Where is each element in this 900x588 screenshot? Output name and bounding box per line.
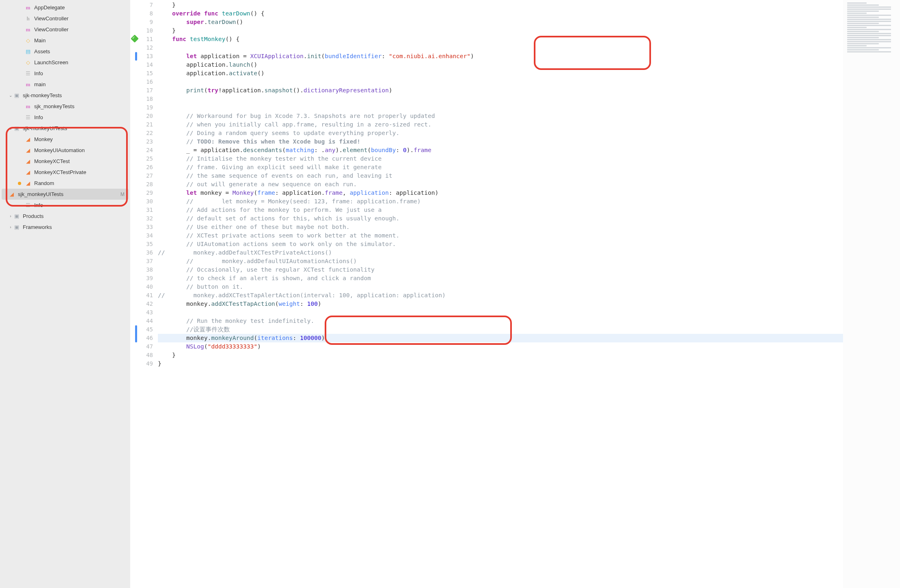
disclosure-triangle[interactable]: ⌄: [8, 93, 13, 98]
minimap-line: [847, 27, 867, 28]
minimap-line: [847, 49, 879, 50]
nav-item-monkey[interactable]: ◢Monkey: [0, 134, 130, 145]
code-line-19[interactable]: [158, 103, 843, 112]
source-editor[interactable]: ✓ 78910111213141516171819202122232425262…: [130, 0, 900, 588]
nav-item-label: LaunchScreen: [34, 59, 68, 65]
line-number: 28: [138, 180, 153, 189]
line-number: 39: [138, 274, 153, 283]
code-line-41[interactable]: // monkey.addXCTestTapAlertAction(interv…: [158, 291, 843, 300]
nav-item-appdelegate[interactable]: mAppDelegate: [0, 2, 130, 13]
code-line-29[interactable]: let monkey = Monkey(frame: application.f…: [158, 189, 843, 197]
line-number: 12: [138, 44, 153, 52]
nav-item-info[interactable]: ☰Info: [0, 112, 130, 123]
project-navigator[interactable]: mAppDelegatehViewControllermViewControll…: [0, 0, 130, 588]
code-line-28[interactable]: // out will generate a new sequence on e…: [158, 180, 843, 189]
nav-item-random[interactable]: ◢Random: [0, 178, 130, 189]
code-line-20[interactable]: // Workaround for bug in Xcode 7.3. Snap…: [158, 112, 843, 120]
line-number: 33: [138, 223, 153, 231]
code-line-47[interactable]: NSLog("dddd33333333"): [158, 342, 843, 351]
code-line-31[interactable]: // Add actions for the monkey to perform…: [158, 206, 843, 214]
nav-item-assets[interactable]: ▤Assets: [0, 46, 130, 57]
nav-item-label: main: [34, 81, 46, 87]
nav-item-label: Frameworks: [23, 224, 52, 230]
code-line-24[interactable]: _ = application.descendants(matching: .a…: [158, 146, 843, 155]
code-line-7[interactable]: }: [158, 1, 843, 9]
line-number: 13: [138, 52, 153, 61]
code-line-30[interactable]: // let monkey = Monkey(seed: 123, frame:…: [158, 197, 843, 206]
code-line-8[interactable]: override func tearDown() {: [158, 9, 843, 18]
nav-item-frameworks[interactable]: ›▣Frameworks: [0, 222, 130, 233]
line-number: 35: [138, 240, 153, 248]
nav-item-sjk-monkeytests[interactable]: ⌄▣sjk-monkeyTests: [0, 90, 130, 101]
line-number: 10: [138, 26, 153, 35]
folder-icon: ▣: [13, 92, 20, 99]
code-line-12[interactable]: [158, 44, 843, 52]
code-line-27[interactable]: // the same sequence of events on each r…: [158, 172, 843, 180]
nav-item-label: sjk-monkeyUITests: [23, 125, 67, 131]
nav-item-main[interactable]: ◇Main: [0, 35, 130, 46]
nav-item-viewcontroller[interactable]: mViewController: [0, 24, 130, 35]
code-line-37[interactable]: // monkey.addDefaultUIAutomationActions(…: [158, 257, 843, 266]
code-line-9[interactable]: super.tearDown(): [158, 18, 843, 26]
code-line-44[interactable]: // Run the monkey test indefinitely.: [158, 317, 843, 325]
nav-item-sjk-monkeyuitests[interactable]: ⌄▣sjk-monkeyUITests: [0, 123, 130, 134]
nav-item-monkeyxctestprivate[interactable]: ◢MonkeyXCTestPrivate: [0, 167, 130, 178]
code-line-46[interactable]: monkey.monkeyAround(iterations: 100000): [158, 334, 843, 342]
code-line-49[interactable]: }: [158, 359, 843, 368]
code-line-38[interactable]: // Occasionally, use the regular XCTest …: [158, 266, 843, 274]
code-line-23[interactable]: // TODO: Remove this when the Xcode bug …: [158, 137, 843, 146]
disclosure-triangle[interactable]: ⌄: [8, 126, 13, 131]
plist-icon: ☰: [24, 70, 32, 77]
disclosure-triangle[interactable]: ›: [8, 225, 13, 229]
code-line-25[interactable]: // Initialise the monkey tester with the…: [158, 155, 843, 163]
nav-item-sjk-monkeyuitests[interactable]: ◢sjk_monkeyUITestsM: [2, 189, 129, 200]
nav-item-main[interactable]: mmain: [0, 79, 130, 90]
swift-icon: ◢: [24, 169, 32, 176]
code-line-18[interactable]: [158, 95, 843, 103]
nav-item-label: Products: [23, 213, 44, 219]
code-line-48[interactable]: }: [158, 351, 843, 359]
disclosure-triangle[interactable]: ›: [8, 214, 13, 218]
code-line-40[interactable]: // button on it.: [158, 283, 843, 291]
code-line-26[interactable]: // frame. Giving an explicit seed will m…: [158, 163, 843, 172]
code-line-42[interactable]: monkey.addXCTestTapAction(weight: 100): [158, 300, 843, 308]
nav-item-monkeyuiautomation[interactable]: ◢MonkeyUIAutomation: [0, 145, 130, 156]
code-line-10[interactable]: }: [158, 26, 843, 35]
code-line-34[interactable]: // XCTest private actions seem to work b…: [158, 231, 843, 240]
code-line-33[interactable]: // Use either one of these but maybe not…: [158, 223, 843, 231]
minimap-line: [847, 13, 867, 14]
code-line-15[interactable]: application.activate(): [158, 69, 843, 78]
code-line-39[interactable]: // to check if an alert is shown, and cl…: [158, 274, 843, 283]
nav-item-launchscreen[interactable]: ◇LaunchScreen: [0, 57, 130, 68]
line-number-gutter: 7891011121314151617181920212223242526272…: [138, 0, 158, 588]
line-number: 47: [138, 342, 153, 351]
code-line-32[interactable]: // default set of actions for this, whic…: [158, 214, 843, 223]
code-line-45[interactable]: //设置事件次数: [158, 325, 843, 334]
code-line-17[interactable]: print(try!application.snapshot().diction…: [158, 86, 843, 95]
code-line-13[interactable]: let application = XCUIApplication.init(b…: [158, 52, 843, 61]
minimap[interactable]: [843, 0, 900, 588]
nav-item-info[interactable]: ☰Info: [0, 68, 130, 79]
code-line-43[interactable]: [158, 308, 843, 317]
code-line-16[interactable]: [158, 78, 843, 86]
nav-item-monkeyxctest[interactable]: ◢MonkeyXCTest: [0, 156, 130, 167]
nav-item-products[interactable]: ›▣Products: [0, 211, 130, 222]
code-line-21[interactable]: // when you initially call app.frame, re…: [158, 120, 843, 129]
line-number: 48: [138, 351, 153, 359]
line-number: 21: [138, 120, 153, 129]
line-number: 19: [138, 103, 153, 112]
line-number: 20: [138, 112, 153, 120]
code-line-11[interactable]: func testMonkey() {: [158, 35, 843, 44]
minimap-line: [847, 29, 891, 30]
code-line-14[interactable]: application.launch(): [158, 61, 843, 69]
code-line-22[interactable]: // Doing a random query seems to update …: [158, 129, 843, 137]
line-number: 27: [138, 172, 153, 180]
code-view[interactable]: } override func tearDown() { super.tearD…: [158, 0, 843, 588]
code-line-36[interactable]: // monkey.addDefaultXCTestPrivateActions…: [158, 248, 843, 257]
header-icon: h: [24, 15, 32, 22]
code-line-35[interactable]: // UIAutomation actions seem to work onl…: [158, 240, 843, 248]
nav-item-info[interactable]: ☰Info: [0, 200, 130, 211]
storyboard-icon: ◇: [24, 37, 32, 44]
nav-item-sjk-monkeytests[interactable]: msjk_monkeyTests: [0, 101, 130, 112]
nav-item-viewcontroller[interactable]: hViewController: [0, 13, 130, 24]
